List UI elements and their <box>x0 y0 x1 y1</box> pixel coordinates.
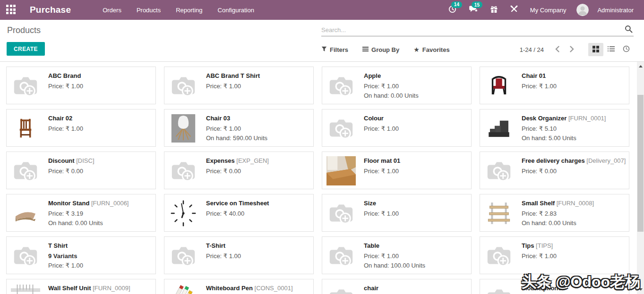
product-detail-line: Price: ₹ 1.00 <box>206 124 267 134</box>
product-title: Whiteboard Pen [CONS_0001] <box>206 284 293 292</box>
product-card[interactable]: Tips [TIPS] Price: ₹ 1.00 <box>480 236 629 274</box>
product-card[interactable]: Colour Price: ₹ 1.00 <box>322 109 472 147</box>
product-title: Colour <box>364 114 399 122</box>
product-title: Monitor Stand [FURN_0006] <box>48 199 129 207</box>
filters-label: Filters <box>330 46 348 53</box>
menu-orders[interactable]: Orders <box>97 4 127 17</box>
product-card[interactable]: chair <box>322 279 472 294</box>
apps-grid-icon[interactable] <box>6 5 17 15</box>
product-title: ABC Brand T Shirt <box>206 72 260 80</box>
product-info: Table Price: ₹ 1.00On hand: 100.00 Units <box>360 237 428 274</box>
user-menu[interactable]: Administrator <box>593 5 637 16</box>
rewards-button[interactable] <box>486 3 502 17</box>
camera-placeholder-icon <box>326 113 356 143</box>
kanban-view-button[interactable] <box>588 43 603 56</box>
product-card[interactable]: Small Shelf [FURN_0008] Price: ₹ 2.83On … <box>480 194 629 232</box>
menu-configuration[interactable]: Configuration <box>212 4 260 17</box>
product-title: Size <box>364 199 399 207</box>
groupby-label: Group By <box>371 46 399 53</box>
product-card[interactable]: Discount [DISC] Price: ₹ 0.00 <box>6 151 156 189</box>
product-details: Price: ₹ 1.00 <box>364 209 399 218</box>
chair-white-image <box>168 113 198 143</box>
product-details: Price: ₹ 0.00 <box>206 167 269 176</box>
product-details: Price: ₹ 1.00On hand: 590.00 Units <box>206 124 267 143</box>
product-title: Desk Organizer [FURN_0001] <box>522 114 606 122</box>
product-card[interactable]: Chair 01 Price: ₹ 1.00 <box>480 67 629 104</box>
product-card[interactable]: Chair 03 Price: ₹ 1.00On hand: 590.00 Un… <box>164 109 314 147</box>
activities-badge: 14 <box>451 1 462 8</box>
product-details: Price: ₹ 1.00 <box>48 124 83 134</box>
scrollbar-thumb[interactable] <box>637 95 644 232</box>
company-switcher[interactable]: My Company <box>526 5 570 16</box>
list-view-button[interactable] <box>603 43 618 56</box>
product-info: Floor mat 01 Price: ₹ 1.00 <box>360 152 403 189</box>
chevron-left-icon <box>555 47 559 54</box>
camera-placeholder-icon <box>326 283 356 294</box>
product-title: Expenses [EXP_GEN] <box>206 157 269 165</box>
camera-placeholder-icon <box>326 241 356 271</box>
pager-previous-button[interactable] <box>551 44 563 56</box>
product-detail-line: On hand: 5.00 Units <box>522 134 606 143</box>
product-detail-line: Price: ₹ 0.00 <box>48 167 94 176</box>
activity-view-button[interactable] <box>618 43 634 56</box>
tools-button[interactable] <box>507 3 522 17</box>
pager-next-button[interactable] <box>566 44 578 56</box>
search-input[interactable] <box>321 26 624 34</box>
product-info: Service on Timesheet Price: ₹ 40.00 <box>202 194 272 231</box>
product-card[interactable]: Desk Organizer [FURN_0001] Price: ₹ 5.10… <box>480 109 629 147</box>
product-card[interactable]: Expenses [EXP_GEN] Price: ₹ 0.00 <box>164 151 314 189</box>
groupby-button[interactable]: Group By <box>362 46 399 53</box>
product-card[interactable]: Free delivery charges [Delivery_007] Pri… <box>480 151 629 189</box>
favorites-button[interactable]: ★ Favorites <box>413 46 449 53</box>
create-button[interactable]: CREATE <box>7 42 45 56</box>
product-detail-line: Price: ₹ 1.00 <box>48 261 83 270</box>
main-menu: Orders Products Reporting Configuration <box>97 4 260 17</box>
product-card[interactable]: ABC Brand Price: ₹ 1.00 <box>6 67 156 104</box>
product-detail-line: On hand: 0.00 Units <box>522 218 594 228</box>
product-card[interactable]: Size Price: ₹ 1.00 <box>322 194 472 232</box>
product-title: ABC Brand <box>48 72 83 80</box>
product-info: Colour Price: ₹ 1.00 <box>360 109 402 146</box>
menu-reporting[interactable]: Reporting <box>170 4 208 17</box>
product-card[interactable]: Whiteboard Pen [CONS_0001] <box>164 279 314 294</box>
product-details: Price: ₹ 1.00 <box>522 82 557 91</box>
app-title[interactable]: Purchase <box>30 5 71 15</box>
product-card[interactable]: mobile phone <box>480 279 629 294</box>
product-card[interactable]: T-Shirt Price: ₹ 1.00 <box>164 236 314 274</box>
favorites-label: Favorites <box>422 46 450 53</box>
product-card[interactable]: Wall Shelf Unit [FURN_0009] <box>6 279 156 294</box>
filters-button[interactable]: Filters <box>321 46 348 53</box>
product-card[interactable]: ABC Brand T Shirt Price: ₹ 1.00 <box>164 67 314 104</box>
avatar[interactable] <box>576 4 589 16</box>
product-detail-line: On hand: 590.00 Units <box>206 134 267 143</box>
product-card[interactable]: T Shirt 9 Variants Price: ₹ 1.00 <box>6 236 156 274</box>
wall-shelf-image <box>10 283 41 294</box>
activities-button[interactable]: 14 <box>445 3 460 17</box>
product-card[interactable]: Service on Timesheet Price: ₹ 40.00 <box>164 194 314 232</box>
product-details: Price: ₹ 1.00 <box>364 167 400 176</box>
product-details: Price: ₹ 1.00 <box>364 124 399 134</box>
product-title: Service on Timesheet <box>206 199 269 207</box>
product-title: T-Shirt <box>206 242 241 250</box>
product-card[interactable]: Chair 02 Price: ₹ 1.00 <box>6 109 156 147</box>
camera-placeholder-icon <box>326 71 356 101</box>
product-details: Price: ₹ 1.00 <box>522 252 557 261</box>
camera-placeholder-icon <box>168 156 198 186</box>
camera-placeholder-icon <box>484 241 514 271</box>
scroll-down-arrow[interactable] <box>637 286 644 293</box>
product-card[interactable]: Floor mat 01 Price: ₹ 1.00 <box>322 151 472 189</box>
monitor-stand-image <box>10 198 41 228</box>
product-info: Whiteboard Pen [CONS_0001] <box>202 279 296 294</box>
menu-products[interactable]: Products <box>131 4 166 17</box>
control-panel-row: Filters Group By ★ Favorites 1-24 / 24 <box>321 42 634 57</box>
messages-button[interactable]: 15 <box>465 3 481 17</box>
scroll-up-arrow[interactable] <box>637 63 644 70</box>
product-card[interactable]: Monitor Stand [FURN_0006] Price: ₹ 3.19O… <box>6 194 156 232</box>
product-detail-line: Price: ₹ 1.00 <box>364 82 419 91</box>
search-button[interactable] <box>624 24 634 35</box>
product-detail-line: Price: ₹ 1.00 <box>364 167 400 176</box>
product-detail-line: Price: ₹ 1.00 <box>364 252 425 261</box>
product-details: Price: ₹ 1.00 <box>206 252 241 261</box>
product-card[interactable]: Table Price: ₹ 1.00On hand: 100.00 Units <box>322 236 472 274</box>
product-card[interactable]: Apple Price: ₹ 1.00On hand: 0.00 Units <box>322 67 472 104</box>
